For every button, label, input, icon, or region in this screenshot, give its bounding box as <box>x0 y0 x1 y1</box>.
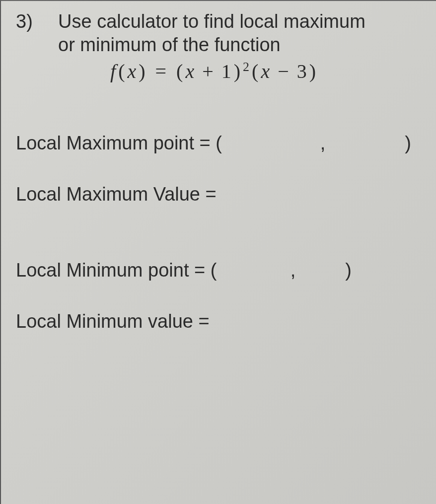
function-formula: f(x) = (x + 1)2(x − 3) <box>16 60 426 83</box>
question-line-1: 3) Use calculator to find local maximum <box>16 11 426 32</box>
worksheet-page: 3) Use calculator to find local maximum … <box>0 0 436 504</box>
local-min-point-blank: , ) <box>291 260 352 281</box>
comma: , <box>291 260 296 281</box>
local-max-point-row: Local Maximum point = ( , ) <box>16 133 426 154</box>
local-min-value-row: Local Minimum value = <box>16 311 426 332</box>
close-paren: ) <box>345 260 352 281</box>
local-min-value-label: Local Minimum value = <box>16 311 210 332</box>
close-paren: ) <box>405 133 411 154</box>
local-max-value-label: Local Maximum Value = <box>16 184 217 205</box>
local-max-value-row: Local Maximum Value = <box>16 184 426 205</box>
question-number: 3) <box>16 11 58 32</box>
question-prompt-1: Use calculator to find local maximum <box>58 11 365 32</box>
local-min-point-row: Local Minimum point = ( , ) <box>16 260 426 281</box>
comma: , <box>320 133 326 154</box>
local-min-point-label: Local Minimum point = ( <box>16 260 217 281</box>
question-prompt-2: or minimum of the function <box>16 34 426 56</box>
local-max-point-blank: , ) <box>320 133 411 154</box>
local-max-point-label: Local Maximum point = ( <box>16 133 222 154</box>
